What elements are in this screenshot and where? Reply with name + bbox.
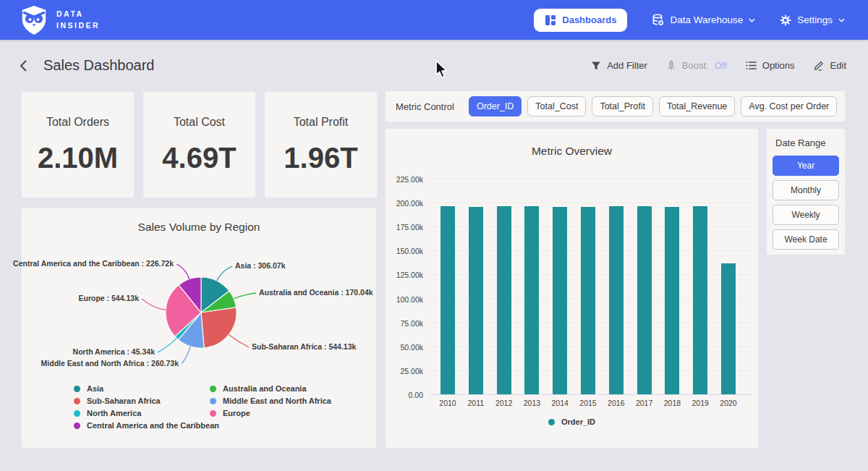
data-warehouse-menu[interactable]: Data Warehouse	[652, 14, 755, 26]
dashboards-button[interactable]: Dashboards	[534, 9, 627, 32]
x-axis-tick-label: 2020	[714, 399, 743, 407]
x-axis-tick-label: 2018	[658, 399, 686, 407]
pie-callout-line	[158, 338, 176, 352]
kpi-value: 2.10M	[38, 142, 118, 174]
bar-chart-title: Metric Overview	[386, 129, 758, 158]
pie-callout-line	[229, 334, 249, 347]
metric-button-total-cost[interactable]: Total_Cost	[527, 96, 586, 116]
metric-button-avg-cost-per-order[interactable]: Avg. Cost per Order	[741, 96, 837, 116]
pie-label-australia-oceania: Australia and Oceania : 170.04k	[259, 288, 373, 297]
metric-control-label: Metric Control	[396, 101, 454, 112]
chevron-down-icon	[838, 18, 845, 22]
bar-legend-item: Order_ID	[548, 417, 595, 426]
brand-text: DATA INSIDER	[56, 9, 100, 32]
kpi-label: Total Cost	[174, 116, 225, 129]
pencil-icon	[814, 60, 825, 71]
pie-chart-panel: Sales Volume by Region Asia : 306.07k Au…	[22, 208, 376, 448]
boost-status: Off	[715, 60, 727, 71]
bar-chart-legend: Order_ID	[386, 417, 758, 426]
metric-button-total-revenue[interactable]: Total_Revenue	[659, 96, 735, 116]
top-nav-bar: DATA INSIDER Dashboards Data Warehouse	[0, 0, 868, 40]
pie-label-central-america-caribbean: Central America and the Caribbean : 226.…	[13, 259, 174, 268]
y-axis-tick-label: 200.00k	[380, 199, 423, 208]
x-axis-tick-label: 2010	[433, 399, 462, 407]
add-filter-button[interactable]: Add Filter	[591, 60, 647, 71]
metric-button-total-profit[interactable]: Total_Profit	[592, 96, 653, 116]
database-icon	[652, 14, 664, 26]
legend-dot-icon	[210, 386, 216, 392]
pie-legend: AsiaSub-Saharan AfricaNorth AmericaCentr…	[22, 384, 376, 430]
pie-label-north-america: North America : 45.34k	[73, 347, 155, 356]
gridline	[430, 179, 752, 179]
filter-funnel-icon	[591, 61, 601, 71]
kpi-label: Total Profit	[294, 116, 349, 129]
date-range-panel: Date Range Year Monthly Weekly Week Date	[767, 129, 845, 255]
legend-dot-icon	[548, 419, 555, 425]
back-chevron-icon[interactable]	[19, 59, 27, 72]
date-range-button-weekly[interactable]: Weekly	[773, 205, 839, 225]
bar-2011	[469, 207, 483, 394]
bar-2020	[721, 263, 736, 394]
y-axis-tick-label: 150.00k	[380, 247, 423, 255]
date-range-button-monthly[interactable]: Monthly	[773, 180, 839, 200]
date-range-button-year[interactable]: Year	[773, 156, 839, 176]
pie-callout-line	[234, 293, 256, 299]
date-range-label: Date Range	[773, 137, 839, 148]
metric-button-order-id[interactable]: Order_ID	[469, 96, 522, 116]
data-warehouse-label: Data Warehouse	[670, 14, 743, 25]
x-axis-tick-label: 2019	[686, 399, 715, 407]
pie-callout-line	[142, 299, 166, 310]
bar-2015	[581, 207, 595, 394]
dashboards-label: Dashboards	[562, 14, 616, 25]
edit-button[interactable]: Edit	[814, 60, 846, 71]
options-button[interactable]: Options	[746, 60, 795, 71]
pie-label-sub-saharan-africa: Sub-Saharan Africa : 544.13k	[252, 342, 356, 351]
y-axis-tick-label: 100.00k	[380, 295, 423, 304]
pie-label-asia: Asia : 306.07k	[235, 261, 285, 270]
chevron-down-icon	[749, 18, 755, 22]
brand-logo[interactable]: DATA INSIDER	[20, 5, 100, 35]
legend-dot-icon	[210, 398, 216, 404]
kpi-card-total-profit: Total Profit 1.96T	[265, 92, 377, 198]
metric-control-bar: Metric Control Order_ID Total_Cost Total…	[386, 91, 845, 122]
pie-legend-item: Sub-Saharan Africa	[74, 396, 210, 405]
bar-2017	[637, 206, 652, 394]
page-title: Sales Dashboard	[43, 57, 154, 74]
y-axis-tick-label: 75.00k	[380, 319, 423, 328]
legend-dot-icon	[74, 410, 80, 417]
y-axis-tick-label: 50.00k	[380, 343, 423, 352]
kpi-value: 4.69T	[162, 142, 236, 174]
bar-2012	[497, 206, 511, 394]
settings-menu[interactable]: Settings	[780, 14, 845, 26]
dashboard-grid-icon	[545, 14, 556, 26]
bar-2019	[693, 206, 707, 394]
pie-slice	[201, 307, 237, 348]
settings-label: Settings	[797, 14, 833, 25]
kpi-card-total-cost: Total Cost 4.69T	[143, 92, 255, 198]
legend-dot-icon	[74, 423, 80, 429]
bar-2010	[441, 206, 455, 394]
kpi-card-total-orders: Total Orders 2.10M	[22, 92, 134, 198]
gridline	[430, 203, 752, 203]
pie-callout-line	[217, 266, 232, 281]
pie-legend-item: Australia and Oceania	[210, 384, 331, 393]
pie-legend-item: Central America and the Caribbean	[74, 421, 210, 430]
rocket-icon	[666, 60, 676, 71]
bar-2018	[665, 207, 679, 394]
pie-chart-title: Sales Volume by Region	[22, 208, 376, 234]
gear-icon	[780, 14, 791, 26]
owl-logo-icon	[20, 5, 48, 35]
pie-legend-item: Middle East and North Africa	[210, 396, 331, 405]
y-axis-tick-label: 25.00k	[380, 367, 423, 375]
date-range-button-week-date[interactable]: Week Date	[773, 229, 839, 250]
page-header: Sales Dashboard Add Filter Boost: Off	[0, 40, 868, 87]
x-axis-tick-label: 2016	[602, 399, 631, 407]
pie-label-europe: Europe : 544.13k	[79, 294, 139, 302]
bar-2014	[553, 207, 567, 394]
gridline	[430, 394, 752, 395]
pie-legend-item: North America	[74, 409, 210, 417]
legend-dot-icon	[74, 386, 80, 392]
y-axis-tick-label: 175.00k	[380, 223, 423, 232]
boost-toggle[interactable]: Boost: Off	[666, 60, 727, 71]
bar-2013	[524, 206, 539, 394]
